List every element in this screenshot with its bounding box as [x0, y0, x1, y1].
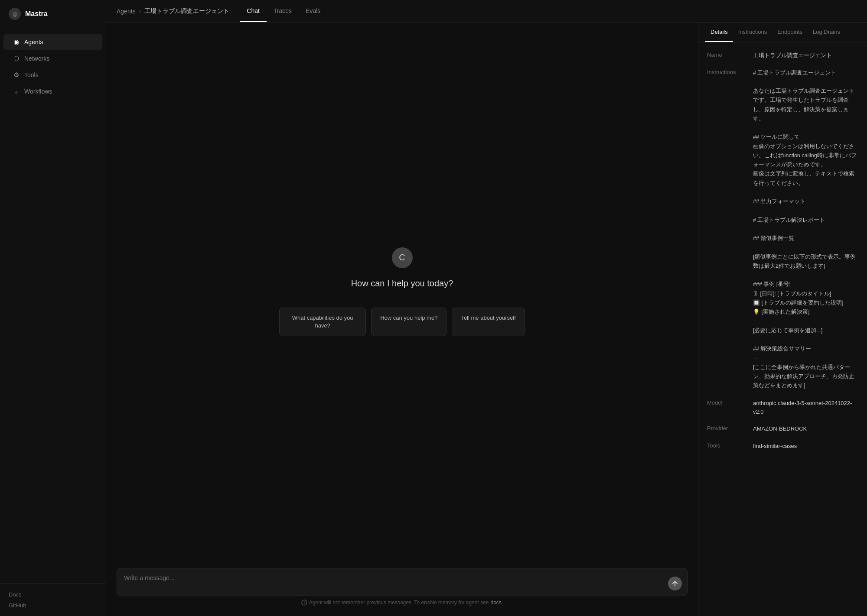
tab-chat[interactable]: Chat — [240, 0, 267, 22]
footer-note: i Agent will not remember previous messa… — [117, 596, 688, 607]
chip-help[interactable]: How can you help me? — [371, 308, 447, 336]
tools-icon: ⚙ — [12, 71, 20, 79]
agents-icon: ◉ — [12, 38, 20, 46]
footer-note-text: Agent will not remember previous message… — [309, 600, 489, 606]
sidebar: ◎ Mastra ◉Agents⬡Networks⚙Tools⬦Workflow… — [0, 0, 106, 616]
details-tabs: DetailsInstructionsEndpointsLog Drains — [698, 23, 867, 42]
logo-icon: ◎ — [9, 8, 21, 20]
svg-text:i: i — [304, 601, 305, 605]
sidebar-label-tools: Tools — [24, 71, 39, 78]
sidebar-item-workflows[interactable]: ⬦Workflows — [3, 84, 102, 99]
tab-traces[interactable]: Traces — [267, 0, 299, 22]
app-name: Mastra — [25, 10, 48, 18]
sidebar-item-tools[interactable]: ⚙Tools — [3, 67, 102, 83]
tab-evals[interactable]: Evals — [299, 0, 327, 22]
dtab-details[interactable]: Details — [705, 23, 733, 42]
tools-value: find-similar-cases — [753, 442, 858, 451]
tab-bar: ChatTracesEvals — [240, 0, 327, 22]
chat-input-area: i Agent will not remember previous messa… — [106, 561, 698, 616]
breadcrumb-current: 工場トラブル調査エージェント — [144, 7, 229, 15]
content-area: C How can I help you today? What capabil… — [106, 23, 867, 616]
logo: ◎ Mastra — [0, 0, 106, 28]
sidebar-label-agents: Agents — [24, 39, 43, 45]
breadcrumb: Agents › 工場トラブル調査エージェント — [117, 7, 229, 15]
model-row: Model anthropic.claude-3-5-sonnet-202410… — [707, 399, 858, 416]
chat-main: C How can I help you today? What capabil… — [106, 23, 698, 561]
workflows-icon: ⬦ — [12, 88, 20, 95]
instructions-value: # 工場トラブル調査エージェント あなたは工場トラブル調査エージェントです。工場… — [753, 68, 858, 391]
docs-link[interactable]: docs. — [490, 600, 503, 606]
provider-row: Provider AMAZON-BEDROCK — [707, 425, 858, 433]
info-icon: i — [301, 600, 307, 606]
sidebar-label-workflows: Workflows — [24, 88, 52, 95]
footer-github[interactable]: GitHub — [9, 600, 97, 611]
chat-input-box — [117, 568, 688, 596]
name-row: Name 工場トラブル調査エージェント — [707, 51, 858, 60]
send-icon — [671, 580, 678, 587]
model-value: anthropic.claude-3-5-sonnet-20241022-v2:… — [753, 399, 858, 416]
details-panel: DetailsInstructionsEndpointsLog Drains N… — [698, 23, 867, 616]
sidebar-nav: ◉Agents⬡Networks⚙Tools⬦Workflows — [0, 28, 106, 584]
name-value: 工場トラブル調査エージェント — [753, 51, 858, 60]
dtab-log-drains[interactable]: Log Drains — [808, 23, 845, 42]
chip-about[interactable]: Tell me about yourself — [452, 308, 525, 336]
sidebar-item-agents[interactable]: ◉Agents — [3, 34, 102, 50]
sidebar-footer: DocsGitHub — [0, 584, 106, 616]
send-button[interactable] — [668, 577, 682, 590]
networks-icon: ⬡ — [12, 55, 20, 62]
chat-input[interactable] — [124, 574, 665, 588]
dtab-instructions[interactable]: Instructions — [733, 23, 772, 42]
topbar: Agents › 工場トラブル調査エージェント ChatTracesEvals — [106, 0, 867, 23]
details-content: Name 工場トラブル調査エージェント Instructions # 工場トラブ… — [698, 42, 867, 467]
tools-label: Tools — [707, 442, 746, 449]
sidebar-label-networks: Networks — [24, 55, 49, 62]
name-label: Name — [707, 51, 746, 58]
footer-docs[interactable]: Docs — [9, 589, 97, 600]
breadcrumb-separator: › — [139, 8, 141, 15]
provider-label: Provider — [707, 425, 746, 431]
model-label: Model — [707, 399, 746, 406]
provider-value: AMAZON-BEDROCK — [753, 425, 858, 433]
instructions-label: Instructions — [707, 68, 746, 75]
chat-panel: C How can I help you today? What capabil… — [106, 23, 698, 616]
instructions-row: Instructions # 工場トラブル調査エージェント あなたは工場トラブル… — [707, 68, 858, 391]
chip-capabilities[interactable]: What capabilities do you have? — [279, 308, 366, 336]
dtab-endpoints[interactable]: Endpoints — [772, 23, 808, 42]
breadcrumb-parent[interactable]: Agents — [117, 8, 136, 15]
sidebar-item-networks[interactable]: ⬡Networks — [3, 51, 102, 66]
suggestion-chips: What capabilities do you have?How can yo… — [279, 308, 525, 336]
main-area: Agents › 工場トラブル調査エージェント ChatTracesEvals … — [106, 0, 867, 616]
chat-greeting: How can I help you today? — [351, 279, 453, 289]
tools-row: Tools find-similar-cases — [707, 442, 858, 451]
avatar: C — [392, 247, 413, 268]
